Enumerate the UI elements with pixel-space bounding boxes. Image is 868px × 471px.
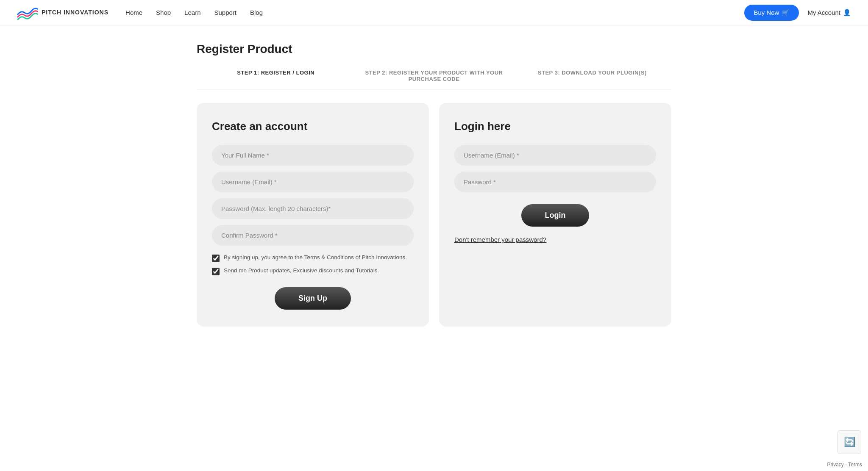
nav-blog[interactable]: Blog [250,9,263,16]
password-group [212,198,414,219]
terms-checkbox-label[interactable]: By signing up, you agree to the Terms & … [212,254,414,262]
updates-checkbox[interactable] [212,268,220,275]
steps-bar: STEP 1: REGISTER / LOGIN STEP 2: REGISTE… [197,69,671,89]
sign-up-button[interactable]: Sign Up [275,287,351,310]
forgot-password-link[interactable]: Don't remember your password? [454,236,546,243]
confirm-password-group [212,225,414,246]
step-2: STEP 2: REGISTER YOUR PRODUCT WITH YOUR … [355,69,513,82]
nav-links: Home Shop Learn Support Blog [125,9,263,17]
create-account-title: Create an account [212,120,414,133]
create-account-panel: Create an account By signing up, you agr… [197,103,429,327]
terms-text: By signing up, you agree to the Terms & … [224,254,407,260]
user-icon: 👤 [843,9,851,17]
logo-icon [17,5,38,20]
page-title: Register Product [197,42,671,56]
nav-shop[interactable]: Shop [156,9,171,16]
confirm-password-input[interactable] [212,225,414,246]
full-name-group [212,145,414,166]
login-button[interactable]: Login [521,204,590,227]
privacy-label: Privacy - [827,462,847,468]
nav-learn[interactable]: Learn [184,9,200,16]
updates-checkbox-label[interactable]: Send me Product updates, Exclusive disco… [212,267,414,275]
email-group [212,172,414,192]
step-3: STEP 3: DOWNLOAD YOUR PLUGIN(S) [513,69,671,82]
checkbox-group: By signing up, you agree to the Terms & … [212,254,414,275]
terms-checkbox[interactable] [212,255,220,262]
my-account-link[interactable]: My Account 👤 [807,9,851,17]
step-1: STEP 1: REGISTER / LOGIN [197,69,355,82]
buy-now-button[interactable]: Buy Now 🛒 [744,5,799,21]
recaptcha-widget[interactable]: 🔄 [837,430,861,454]
login-email-group [454,145,656,166]
login-title: Login here [454,120,656,133]
cart-icon: 🛒 [782,9,790,17]
login-password-input[interactable] [454,172,656,192]
password-input[interactable] [212,198,414,219]
nav-support[interactable]: Support [214,9,236,16]
logo-name: PITCH INNOVATIONS [42,9,108,16]
updates-text: Send me Product updates, Exclusive disco… [224,267,379,274]
main-content: Register Product STEP 1: REGISTER / LOGI… [180,25,688,352]
logo[interactable]: PITCH INNOVATIONS [17,5,108,20]
nav-left: PITCH INNOVATIONS Home Shop Learn Suppor… [17,5,263,20]
navbar: PITCH INNOVATIONS Home Shop Learn Suppor… [0,0,868,25]
username-email-input[interactable] [212,172,414,192]
full-name-input[interactable] [212,145,414,166]
footer-privacy: Privacy - Terms [821,458,868,471]
recaptcha-icon: 🔄 [844,437,855,448]
nav-right: Buy Now 🛒 My Account 👤 [744,5,851,21]
login-password-group [454,172,656,192]
terms-link[interactable]: Terms [848,462,862,468]
panels-row: Create an account By signing up, you agr… [197,103,671,327]
nav-home[interactable]: Home [125,9,142,16]
login-email-input[interactable] [454,145,656,166]
login-panel: Login here Login Don't remember your pas… [439,103,671,327]
